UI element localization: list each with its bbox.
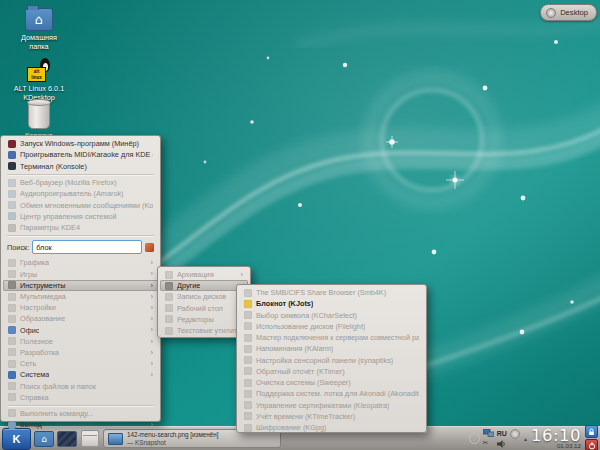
konsole-launcher-button[interactable] bbox=[57, 430, 77, 447]
submenu-item-label: Редакторы bbox=[177, 315, 214, 324]
desktop-icon-altlinux[interactable]: altlinux ALT Linux 6.0.1 KDesktop bbox=[7, 58, 71, 102]
network-icon bbox=[8, 360, 16, 368]
menu-category[interactable]: Графика › bbox=[3, 257, 158, 268]
menu-item[interactable]: Обмен мгновенными сообщениями (Kopete) bbox=[3, 199, 158, 210]
menu-category-label: Инструменты bbox=[20, 281, 66, 290]
kleopatra-icon bbox=[244, 401, 252, 409]
menu-item[interactable]: Параметры KDE4 bbox=[3, 222, 158, 233]
menu-item[interactable]: Запуск Windows-программ (Минёр) bbox=[3, 138, 158, 149]
graphics-icon bbox=[8, 259, 16, 267]
submenu-item-label: Учёт времени (KTimeTracker) bbox=[256, 412, 355, 421]
menu-category[interactable]: Разработка › bbox=[3, 347, 158, 358]
kde-settings-icon bbox=[8, 224, 16, 232]
menu-category[interactable]: Офис › bbox=[3, 325, 158, 336]
submenu-item[interactable]: The SMB/CIFS Share Browser (Smb4K) bbox=[239, 287, 424, 298]
menu-category[interactable]: Поиск файлов и папок › bbox=[3, 380, 158, 391]
menu-category[interactable]: Система › bbox=[3, 369, 158, 380]
menu-category[interactable]: Инструменты › bbox=[3, 280, 158, 291]
run-command-icon bbox=[8, 409, 16, 417]
menu-item[interactable]: Веб-браузер (Mozilla Firefox) bbox=[3, 177, 158, 188]
menu-category-label: Мультимедиа bbox=[20, 292, 66, 301]
kalarm-icon bbox=[244, 345, 252, 353]
menu-category[interactable]: Игры › bbox=[3, 269, 158, 280]
altlinux-logo-icon: altlinux bbox=[27, 58, 51, 82]
volume-icon[interactable] bbox=[497, 440, 506, 448]
menu-category-label: Система bbox=[20, 370, 49, 379]
menu-category-label: Настройки bbox=[20, 303, 56, 312]
submenu-item-label: Рабочий стол bbox=[177, 304, 223, 313]
home-folder-icon: ⌂ bbox=[25, 8, 53, 31]
submenu-item-label: Обратный отсчёт (KTimer) bbox=[256, 367, 345, 376]
submenu-item[interactable]: Шифрование (KGpg) bbox=[239, 422, 424, 433]
search-input[interactable] bbox=[32, 240, 142, 254]
leave-button[interactable] bbox=[585, 439, 598, 450]
menu-item-label: Аудиопроигрыватель (Amarok) bbox=[20, 189, 124, 198]
submenu-item-label: The SMB/CIFS Share Browser (Smb4K) bbox=[256, 288, 386, 297]
clear-search-icon[interactable] bbox=[145, 243, 154, 252]
lock-screen-button[interactable] bbox=[585, 425, 598, 438]
submenu-item[interactable]: Напоминания (KAlarm) bbox=[239, 343, 424, 354]
logout-icon bbox=[8, 421, 16, 429]
desktop-toolbox-button[interactable]: Desktop bbox=[540, 4, 597, 21]
home-launcher-button[interactable]: ⌂ bbox=[34, 430, 54, 447]
submenu-item[interactable]: Рабочий стол › bbox=[160, 303, 248, 314]
menu-category[interactable]: Мультимедиа › bbox=[3, 291, 158, 302]
kmenu-footer-section: Выполнить команду... › Выход › bbox=[1, 408, 160, 430]
menu-item[interactable]: Терминал (Konsole) bbox=[3, 161, 158, 172]
menu-item[interactable]: Центр управления системой bbox=[3, 211, 158, 222]
clock-widget[interactable]: 16:10 01.03.12 bbox=[531, 428, 581, 450]
tray-expander-icon[interactable]: ▴ bbox=[524, 435, 527, 442]
system-tray: i RU ✂ ▴ bbox=[469, 429, 528, 449]
menu-category[interactable]: Настройки › bbox=[3, 302, 158, 313]
kmenu-launcher-button[interactable]: K bbox=[2, 428, 31, 450]
submenu-item[interactable]: Блокнот (KJots) bbox=[239, 298, 424, 309]
ktimer-icon bbox=[244, 367, 252, 375]
submenu-item[interactable]: Мастер подключения к серверам совместной… bbox=[239, 332, 424, 343]
smb4k-icon bbox=[244, 289, 252, 297]
submenu-item[interactable]: Учёт времени (KTimeTracker) bbox=[239, 411, 424, 422]
submenu-item[interactable]: Выбор символа (KCharSelect) bbox=[239, 310, 424, 321]
menu-category-label: Разработка bbox=[20, 348, 59, 357]
kcharselect-icon bbox=[244, 311, 252, 319]
submenu-item[interactable]: Редакторы › bbox=[160, 314, 248, 325]
device-notifier-icon[interactable]: i bbox=[469, 433, 480, 444]
menu-separator bbox=[7, 405, 154, 406]
menu-category-label: Сеть bbox=[20, 359, 36, 368]
desktop-icon-home[interactable]: ⌂ Домашняя папка bbox=[7, 8, 71, 51]
submenu-item[interactable]: Настройка сенсорной панели (synaptiks) bbox=[239, 355, 424, 366]
menu-item[interactable]: Выход › bbox=[3, 419, 158, 430]
office-icon bbox=[8, 326, 16, 334]
menu-category[interactable]: Полезное › bbox=[3, 336, 158, 347]
klipper-icon[interactable]: ✂ bbox=[483, 440, 494, 447]
submenu-item[interactable]: Управление сертификатами (Kleopatra) bbox=[239, 400, 424, 411]
menu-category[interactable]: Образование › bbox=[3, 313, 158, 324]
other-icon bbox=[165, 282, 173, 290]
menu-category-label: Поиск файлов и папок bbox=[20, 382, 96, 391]
menu-item[interactable]: Проигрыватель MIDI/Karaoke для KDE 4 (KM… bbox=[3, 149, 158, 160]
submenu-item[interactable]: Текстовые утилиты › bbox=[160, 325, 248, 336]
submenu-item[interactable]: Поддержка систем. лотка для Akonadi (Ako… bbox=[239, 388, 424, 399]
submenu-item[interactable]: Другие › bbox=[160, 280, 248, 291]
menu-item-label: Обмен мгновенными сообщениями (Kopete) bbox=[20, 201, 153, 210]
menu-category[interactable]: Справка › bbox=[3, 392, 158, 403]
submenu-item[interactable]: Использование дисков (Filelight) bbox=[239, 321, 424, 332]
plasma-toolbox-icon bbox=[546, 8, 556, 18]
kmenu-panel: Запуск Windows-программ (Минёр) Проигрыв… bbox=[0, 135, 161, 422]
globe-tray-icon[interactable] bbox=[510, 429, 520, 439]
show-desktop-button[interactable] bbox=[80, 430, 100, 447]
menu-item[interactable]: Выполнить команду... › bbox=[3, 408, 158, 419]
menu-category[interactable]: Сеть › bbox=[3, 358, 158, 369]
useful-icon bbox=[8, 337, 16, 345]
education-icon bbox=[8, 315, 16, 323]
keyboard-layout-indicator[interactable]: RU bbox=[497, 430, 507, 437]
menu-item-label: Проигрыватель MIDI/Karaoke для KDE 4 (KM… bbox=[20, 150, 153, 159]
filelight-icon bbox=[244, 322, 252, 330]
submenu-item[interactable]: Архивация › bbox=[160, 269, 248, 280]
development-icon bbox=[8, 348, 16, 356]
submenu-item[interactable]: Очистка системы (Sweeper) bbox=[239, 377, 424, 388]
sweeper-icon bbox=[244, 379, 252, 387]
submenu-item[interactable]: Запись дисков › bbox=[160, 291, 248, 302]
network-manager-icon[interactable] bbox=[483, 429, 494, 438]
menu-item[interactable]: Аудиопроигрыватель (Amarok) bbox=[3, 188, 158, 199]
submenu-item[interactable]: Обратный отсчёт (KTimer) bbox=[239, 366, 424, 377]
